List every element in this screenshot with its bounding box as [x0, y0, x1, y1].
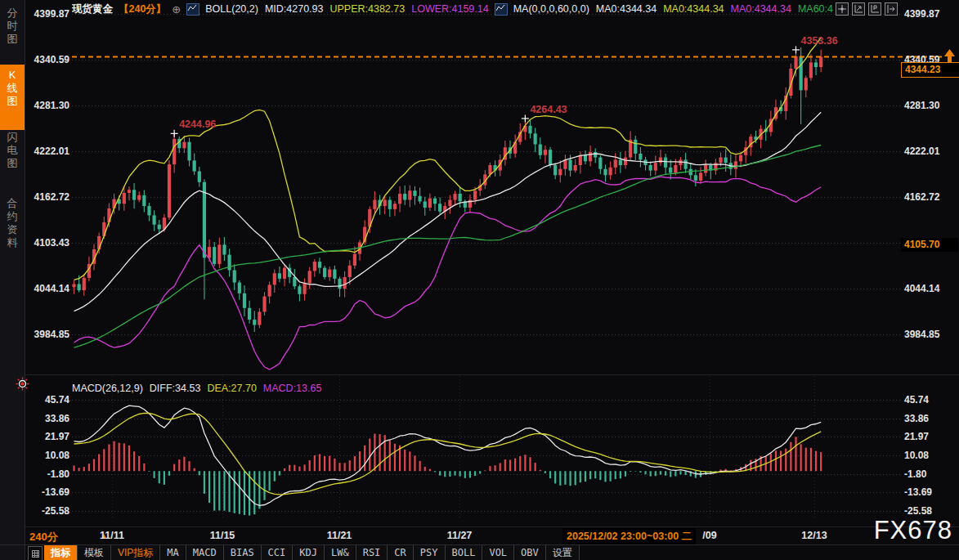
swing-high-label: 4264.43	[530, 104, 567, 115]
swing-high-marker	[792, 46, 800, 53]
toolbar-button-cr[interactable]: CR	[388, 545, 413, 560]
footer-period-selector[interactable]: 240分	[29, 530, 58, 544]
toolbar-button-kdj[interactable]: KDJ	[293, 545, 325, 560]
crosshair-icon[interactable]	[836, 2, 849, 16]
hovered-bar-datetime: 2025/12/02 23:00~03:00 二	[562, 528, 696, 545]
gridlines	[25, 15, 959, 527]
macd-axis-label: -25.58	[904, 505, 932, 517]
toolbar-button-macd[interactable]: MACD	[186, 545, 224, 560]
left-sidebar: 分时图K线图闪电图合约资料	[0, 0, 25, 560]
sidebar-tab-flash-chart[interactable]: 闪电图	[0, 127, 25, 192]
toolbar-button-vip-indicator[interactable]: VIP指标	[111, 545, 160, 560]
ma-toggle-icon[interactable]	[495, 3, 508, 16]
toolbar-button-obv[interactable]: OBV	[514, 545, 546, 560]
toolbar-grid-icon[interactable]	[28, 546, 43, 560]
price-axis-label: 4044.14	[25, 283, 69, 294]
macdhdr-macd-name: MACD(26,12,9)	[72, 383, 143, 394]
time-axis-row: 240分 ▲ 2025/12/02 23:00~03:00 二 11/1111/…	[25, 527, 959, 545]
sidebar-tab-time-chart[interactable]: 分时图	[0, 2, 25, 68]
macd-axis-label: 10.08	[904, 450, 929, 461]
toolbar-button-vol[interactable]: VOL	[482, 545, 514, 560]
toolbar-button-settings[interactable]: 设置	[546, 545, 580, 560]
sidebar-tab-contract-info[interactable]: 合约资料	[0, 193, 25, 275]
macd-axis-label: -1.80	[904, 468, 926, 480]
fx678-watermark: FX678	[874, 516, 952, 545]
macdhdr-macd-diff: DIFF:34.53	[150, 383, 201, 394]
header-ma60: MA60:4	[798, 3, 833, 15]
boll-toggle-icon[interactable]	[186, 3, 199, 16]
macd-axis-label: 45.74	[904, 394, 929, 405]
price-axis-label: 4222.01	[25, 146, 69, 157]
toolbar-button-cci[interactable]: CCI	[262, 545, 294, 560]
pan-right-icon[interactable]	[885, 2, 898, 16]
price-axis-label: 4103.43	[25, 237, 69, 249]
price-axis-label: 4340.59	[25, 54, 69, 65]
header-ma0-a: MA0:4344.34	[596, 3, 657, 15]
macd-axis-label: 33.86	[904, 413, 929, 424]
macd-axis-label: -1.80	[25, 468, 69, 480]
overlay-lines	[74, 38, 822, 370]
swing-high-marker	[171, 130, 178, 137]
time-axis-label: /09	[702, 530, 716, 541]
zoom-out-axis-icon[interactable]	[868, 2, 881, 16]
trading-app-window: 分时图K线图闪电图合约资料 现货黄金 【240分】 ⊕ BOLL(20,2)MI…	[0, 0, 959, 560]
ma-values: MA(0,0,0,60,0,0)MA0:4344.34MA0:4344.34MA…	[513, 3, 833, 15]
boll-mid-line	[74, 112, 822, 311]
header-boll-upper: UPPER:4382.73	[329, 3, 405, 15]
header-ma-name: MA(0,0,0,60,0,0)	[513, 3, 589, 15]
price-axis-label: 4281.30	[904, 100, 939, 111]
macd-axis-label: 21.97	[904, 431, 929, 442]
chart-header: 现货黄金 【240分】 ⊕ BOLL(20,2)MID:4270.93UPPER…	[72, 2, 833, 16]
macd-dea-line	[74, 413, 822, 495]
header-ma0-b: MA0:4344.34	[663, 3, 724, 15]
price-axis-label: 4399.87	[904, 8, 939, 20]
macd-axis-label: 21.97	[25, 431, 69, 442]
toolbar-button-rsi[interactable]: RSI	[356, 545, 388, 560]
macdhdr-macd-dea: DEA:27.70	[207, 383, 256, 394]
swing-high-marker	[522, 114, 529, 122]
toolbar-button-ma[interactable]: MA	[160, 545, 186, 560]
period-tag: 【240分】	[119, 2, 166, 16]
indicator-toolbar: 指标模板VIP指标MAMACDBIASCCIKDJLW&RSICRPSYBOLL…	[25, 545, 580, 560]
toolbar-button-lwr[interactable]: LW&	[325, 545, 356, 560]
time-axis-label: 11/11	[100, 530, 124, 541]
macd-diff-line	[74, 405, 822, 505]
price-axis-label: 4222.01	[904, 146, 939, 157]
toolbar-button-bias[interactable]: BIAS	[224, 545, 262, 560]
secondary-price-box: 4105.70	[901, 238, 958, 252]
macdhdr-macd-macd: MACD:13.65	[263, 383, 322, 394]
time-axis-label: 11/15	[210, 530, 235, 541]
price-axis-label: 3984.85	[904, 329, 939, 340]
price-axis-label: 4162.72	[904, 191, 939, 203]
price-axis-label: 4399.87	[25, 8, 69, 20]
swing-high-label: 4244.96	[179, 119, 216, 130]
price-axis-label: 3984.85	[25, 329, 69, 340]
macd-header: MACD(26,12,9)DIFF:34.53DEA:27.70MACD:13.…	[72, 383, 321, 394]
toolbar-button-psy[interactable]: PSY	[414, 545, 446, 560]
macd-axis-label: 10.08	[25, 450, 69, 461]
current-price-box: 4344.23	[901, 62, 959, 78]
time-axis-label: 12/13	[801, 530, 827, 541]
boll-lower-line	[74, 177, 822, 370]
chart-corner-controls	[836, 2, 898, 16]
add-indicator-icon[interactable]: ⊕	[172, 3, 181, 16]
price-axis-label: 4044.14	[904, 283, 939, 294]
ma60-line	[74, 146, 822, 348]
header-boll-lower: LOWER:4159.14	[411, 3, 489, 15]
toolbar-button-boll[interactable]: BOLL	[446, 545, 483, 560]
zoom-in-axis-icon[interactable]	[852, 2, 865, 16]
macd-axis-label: 45.74	[25, 394, 69, 405]
macd-axis-label: -13.69	[904, 486, 932, 498]
sidebar-tab-kline-chart[interactable]: K线图	[0, 65, 25, 130]
boll-values: BOLL(20,2)MID:4270.93UPPER:4382.73LOWER:…	[205, 3, 488, 15]
header-boll-mid: MID:4270.93	[265, 3, 324, 15]
price-axis-label: 4281.30	[25, 100, 69, 111]
instrument-title: 现货黄金	[72, 2, 113, 16]
macd-layer	[74, 405, 822, 515]
toolbar-button-template[interactable]: 模板	[78, 545, 111, 560]
time-axis-label: 11/27	[447, 530, 473, 541]
live-quote-icon	[16, 377, 29, 394]
price-macd-chart	[0, 0, 959, 560]
toolbar-button-indicator[interactable]: 指标	[44, 545, 78, 560]
macd-axis-label: -13.69	[25, 486, 69, 498]
